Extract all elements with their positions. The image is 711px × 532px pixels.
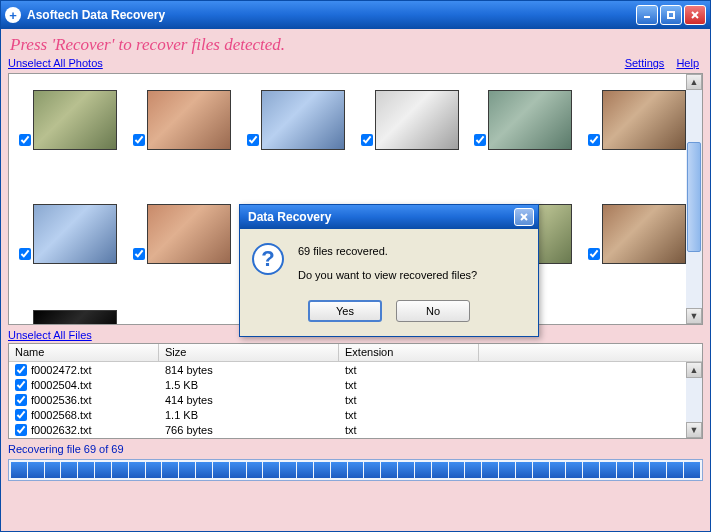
- progress-segment: [213, 462, 229, 478]
- thumbnail-checkbox[interactable]: [474, 134, 486, 146]
- column-size[interactable]: Size: [159, 344, 339, 361]
- file-size: 1.5 KB: [159, 379, 339, 391]
- minimize-button[interactable]: [636, 5, 658, 25]
- file-row[interactable]: f0002536.txt414 bytestxt: [9, 392, 702, 407]
- progress-segment: [129, 462, 145, 478]
- progress-segment: [600, 462, 616, 478]
- scroll-up-icon[interactable]: ▲: [686, 74, 702, 90]
- thumbnail-checkbox[interactable]: [133, 134, 145, 146]
- progress-segment: [45, 462, 61, 478]
- thumbnail-checkbox[interactable]: [19, 248, 31, 260]
- top-links-row: Unselect All Photos Settings Help: [4, 57, 707, 73]
- thumbnail-image[interactable]: [261, 90, 345, 150]
- thumbnail-cell[interactable]: [15, 196, 127, 306]
- progress-segment: [112, 462, 128, 478]
- progress-segment: [667, 462, 683, 478]
- files-scrollbar[interactable]: ▲ ▼: [686, 362, 702, 438]
- file-row[interactable]: f0002568.txt1.1 KBtxt: [9, 407, 702, 422]
- file-checkbox[interactable]: [15, 424, 27, 436]
- progress-segment: [331, 462, 347, 478]
- file-size: 766 bytes: [159, 424, 339, 436]
- progress-segment: [247, 462, 263, 478]
- file-size: 414 bytes: [159, 394, 339, 406]
- progress-segment: [280, 462, 296, 478]
- unselect-all-files-link[interactable]: Unselect All Files: [8, 329, 92, 341]
- thumbnail-checkbox[interactable]: [588, 248, 600, 260]
- thumbnail-image[interactable]: [602, 204, 686, 264]
- files-scroll-track[interactable]: [686, 378, 702, 422]
- thumbnail-checkbox[interactable]: [361, 134, 373, 146]
- thumbnail-checkbox[interactable]: [588, 134, 600, 146]
- thumbnail-image[interactable]: [33, 204, 117, 264]
- thumbnail-cell[interactable]: [357, 82, 469, 192]
- file-checkbox[interactable]: [15, 379, 27, 391]
- thumbnail-image[interactable]: [375, 90, 459, 150]
- file-row[interactable]: f0002632.txt766 bytestxt: [9, 422, 702, 437]
- file-checkbox[interactable]: [15, 394, 27, 406]
- column-spacer: [479, 344, 702, 361]
- scroll-down-icon[interactable]: ▼: [686, 308, 702, 324]
- dialog-close-button[interactable]: [514, 208, 534, 226]
- file-row[interactable]: f0002504.txt1.5 KBtxt: [9, 377, 702, 392]
- progress-segment: [482, 462, 498, 478]
- file-row[interactable]: f0002472.txt814 bytestxt: [9, 362, 702, 377]
- unselect-all-photos-link[interactable]: Unselect All Photos: [8, 57, 103, 69]
- thumbnail-cell[interactable]: [15, 310, 127, 325]
- progress-segment: [432, 462, 448, 478]
- app-window: + Asoftech Data Recovery Press 'Recover'…: [0, 0, 711, 532]
- files-panel: Name Size Extension f0002472.txt814 byte…: [8, 343, 703, 439]
- progress-segment: [449, 462, 465, 478]
- close-button[interactable]: [684, 5, 706, 25]
- progress-segment: [314, 462, 330, 478]
- progress-segment: [381, 462, 397, 478]
- settings-link[interactable]: Settings: [625, 57, 665, 69]
- thumbnail-cell[interactable]: [129, 82, 241, 192]
- progress-segment: [550, 462, 566, 478]
- progress-segment: [415, 462, 431, 478]
- thumbnail-cell[interactable]: [584, 196, 696, 306]
- scroll-thumb[interactable]: [687, 142, 701, 252]
- thumbnail-image[interactable]: [33, 310, 117, 325]
- thumbnail-image[interactable]: [488, 90, 572, 150]
- progress-segment: [162, 462, 178, 478]
- file-extension: txt: [339, 364, 479, 376]
- yes-button[interactable]: Yes: [308, 300, 382, 322]
- file-name: f0002632.txt: [31, 424, 92, 436]
- column-extension[interactable]: Extension: [339, 344, 479, 361]
- progress-segment: [499, 462, 515, 478]
- progress-segment: [146, 462, 162, 478]
- thumbnail-image[interactable]: [147, 204, 231, 264]
- thumbnail-image[interactable]: [147, 90, 231, 150]
- thumbnail-image[interactable]: [602, 90, 686, 150]
- progress-segment: [297, 462, 313, 478]
- app-title: Asoftech Data Recovery: [27, 8, 634, 22]
- thumbnail-cell[interactable]: [470, 82, 582, 192]
- thumbnail-cell[interactable]: [129, 196, 241, 306]
- maximize-button[interactable]: [660, 5, 682, 25]
- thumbnail-checkbox[interactable]: [19, 134, 31, 146]
- file-checkbox[interactable]: [15, 409, 27, 421]
- help-link[interactable]: Help: [676, 57, 699, 69]
- progress-segment: [566, 462, 582, 478]
- progress-segment: [465, 462, 481, 478]
- thumbnail-cell[interactable]: [584, 82, 696, 192]
- progress-segment: [78, 462, 94, 478]
- file-checkbox[interactable]: [15, 364, 27, 376]
- column-name[interactable]: Name: [9, 344, 159, 361]
- thumbnail-checkbox[interactable]: [133, 248, 145, 260]
- progress-segment: [583, 462, 599, 478]
- no-button[interactable]: No: [396, 300, 470, 322]
- thumbnail-cell[interactable]: [243, 82, 355, 192]
- files-header: Name Size Extension: [9, 344, 702, 362]
- thumbnail-cell[interactable]: [15, 82, 127, 192]
- progress-segment: [179, 462, 195, 478]
- progress-segment: [61, 462, 77, 478]
- thumbnails-scrollbar[interactable]: ▲ ▼: [686, 74, 702, 324]
- thumbnail-checkbox[interactable]: [247, 134, 259, 146]
- progress-segment: [398, 462, 414, 478]
- thumbnail-image[interactable]: [33, 90, 117, 150]
- scroll-track[interactable]: [686, 90, 702, 308]
- progress-segment: [533, 462, 549, 478]
- files-scroll-down-icon[interactable]: ▼: [686, 422, 702, 438]
- files-scroll-up-icon[interactable]: ▲: [686, 362, 702, 378]
